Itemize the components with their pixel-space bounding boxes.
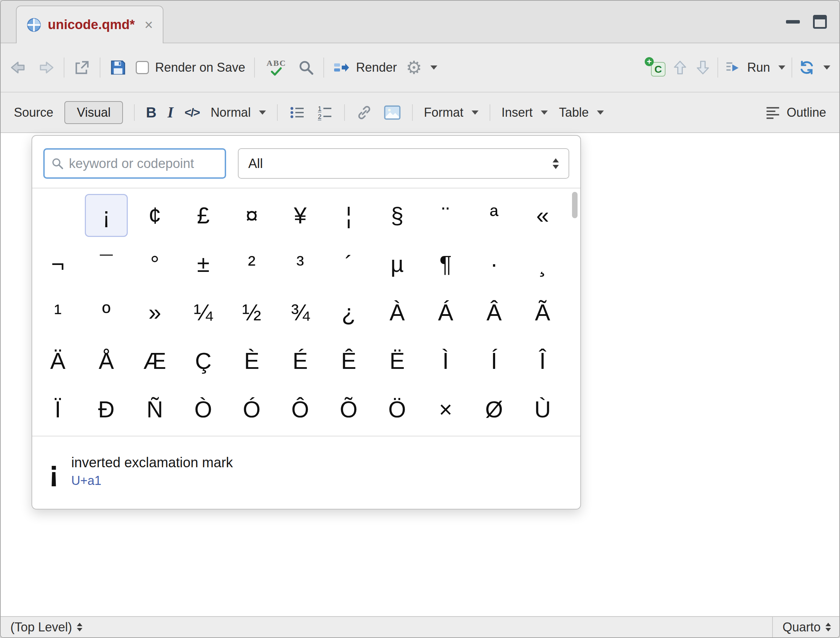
char-cell[interactable]: ¤: [227, 191, 276, 240]
char-cell[interactable]: ½: [227, 288, 276, 337]
char-cell[interactable]: Á: [422, 288, 470, 337]
bold-button[interactable]: B: [146, 104, 156, 121]
char-cell[interactable]: Ì: [422, 337, 470, 385]
char-cell[interactable]: ¯: [82, 240, 131, 288]
rerun-button[interactable]: [799, 59, 830, 76]
jump-up-icon[interactable]: [672, 58, 688, 77]
char-cell[interactable]: Ò: [179, 385, 227, 434]
char-cell[interactable]: Í: [470, 337, 518, 385]
insert-chunk-icon[interactable]: + C: [646, 58, 665, 77]
forward-icon[interactable]: [37, 58, 55, 77]
char-cell[interactable]: Æ: [131, 337, 179, 385]
scope-selector[interactable]: (Top Level): [10, 620, 82, 635]
char-cell[interactable]: ¾: [276, 288, 324, 337]
char-cell[interactable]: ±: [179, 240, 227, 288]
char-cell[interactable]: À: [373, 288, 422, 337]
toolbar-separator: [254, 57, 255, 77]
document-format-label: Quarto: [783, 620, 821, 635]
char-cell[interactable]: ×: [422, 385, 470, 434]
image-icon[interactable]: [384, 105, 401, 120]
char-cell[interactable]: Î: [518, 337, 567, 385]
picker-search-box[interactable]: [43, 148, 226, 179]
search-document-icon[interactable]: [298, 59, 314, 76]
char-cell[interactable]: Ø: [470, 385, 518, 434]
char-cell[interactable]: É: [276, 337, 324, 385]
format-menu[interactable]: Format: [424, 105, 478, 120]
char-cell[interactable]: ¬: [33, 240, 82, 288]
char-grid-scroll-area[interactable]: ¡¢£¤¥¦§¨ª«¬¯°±²³´µ¶·¸¹º»¼½¾¿ÀÁÂÃÄÅÆÇÈÉÊË…: [32, 188, 580, 436]
minimize-icon[interactable]: [786, 20, 800, 24]
char-cell[interactable]: ª: [470, 191, 518, 240]
italic-button[interactable]: I: [167, 104, 174, 121]
maximize-icon[interactable]: [813, 15, 827, 29]
scope-stepper-icon: [77, 623, 82, 632]
document-format-selector[interactable]: Quarto: [772, 617, 839, 637]
char-cell[interactable]: ²: [227, 240, 276, 288]
close-icon[interactable]: ×: [144, 18, 153, 32]
run-button[interactable]: Run: [724, 59, 785, 76]
char-cell[interactable]: ¼: [179, 288, 227, 337]
code-button[interactable]: </>: [185, 106, 199, 119]
jump-down-icon[interactable]: [695, 58, 711, 77]
char-cell[interactable]: ¢: [131, 191, 179, 240]
char-cell[interactable]: £: [179, 191, 227, 240]
char-cell[interactable]: ¸: [518, 240, 567, 288]
char-cell[interactable]: Õ: [324, 385, 373, 434]
toolbar-separator: [717, 57, 718, 77]
char-cell[interactable]: ·: [470, 240, 518, 288]
spellcheck-icon[interactable]: ABC: [264, 59, 289, 76]
category-select[interactable]: All: [238, 148, 569, 179]
char-cell[interactable]: ¡: [85, 194, 128, 237]
render-on-save-checkbox[interactable]: [136, 61, 149, 74]
bullet-list-icon[interactable]: [289, 104, 305, 121]
char-cell[interactable]: Ê: [324, 337, 373, 385]
char-cell[interactable]: Ï: [33, 385, 82, 434]
rerun-sync-icon: [799, 59, 815, 76]
char-cell[interactable]: µ: [373, 240, 422, 288]
open-in-new-window-icon[interactable]: [73, 59, 91, 76]
paragraph-style-dropdown[interactable]: Normal: [210, 105, 266, 120]
char-cell[interactable]: ¹: [33, 288, 82, 337]
char-cell[interactable]: Ç: [179, 337, 227, 385]
scrollbar-thumb[interactable]: [572, 192, 578, 218]
char-cell[interactable]: È: [227, 337, 276, 385]
char-cell[interactable]: »: [131, 288, 179, 337]
source-mode-button[interactable]: Source: [14, 105, 53, 120]
link-icon[interactable]: [356, 104, 373, 121]
char-cell[interactable]: ³: [276, 240, 324, 288]
char-cell[interactable]: Ë: [373, 337, 422, 385]
char-cell[interactable]: ¿: [324, 288, 373, 337]
char-cell[interactable]: ¶: [422, 240, 470, 288]
char-cell[interactable]: Ô: [276, 385, 324, 434]
tab-unicode-qmd[interactable]: unicode.qmd* ×: [16, 6, 163, 43]
editor-canvas[interactable]: All ¡¢£¤¥¦§¨ª«¬¯°±²³´µ¶·¸¹º»¼½¾¿ÀÁÂÃÄÅÆÇ…: [1, 133, 839, 616]
char-cell[interactable]: ¥: [276, 191, 324, 240]
char-cell[interactable]: ´: [324, 240, 373, 288]
search-input[interactable]: [68, 156, 218, 171]
char-cell[interactable]: Ð: [82, 385, 131, 434]
insert-menu[interactable]: Insert: [501, 105, 548, 120]
char-cell[interactable]: Ä: [33, 337, 82, 385]
char-cell[interactable]: §: [373, 191, 422, 240]
char-cell[interactable]: ¦: [324, 191, 373, 240]
char-cell[interactable]: Ã: [518, 288, 567, 337]
char-cell[interactable]: º: [82, 288, 131, 337]
table-menu[interactable]: Table: [559, 105, 604, 120]
char-cell[interactable]: Ñ: [131, 385, 179, 434]
render-settings-button[interactable]: ⚙: [406, 58, 437, 77]
char-cell[interactable]: ¨: [422, 191, 470, 240]
char-cell[interactable]: «: [518, 191, 567, 240]
char-cell[interactable]: Ó: [227, 385, 276, 434]
char-cell[interactable]: °: [131, 240, 179, 288]
back-icon[interactable]: [10, 58, 28, 77]
save-icon[interactable]: [109, 59, 127, 76]
char-cell[interactable]: Å: [82, 337, 131, 385]
outline-toggle[interactable]: Outline: [765, 105, 826, 120]
char-cell[interactable]: Ù: [518, 385, 567, 434]
render-button[interactable]: Render: [333, 59, 397, 76]
visual-mode-button[interactable]: Visual: [65, 101, 123, 124]
char-cell[interactable]: Ö: [373, 385, 422, 434]
numbered-list-icon[interactable]: 12: [316, 104, 333, 121]
category-select-value: All: [248, 156, 263, 171]
char-cell[interactable]: Â: [470, 288, 518, 337]
